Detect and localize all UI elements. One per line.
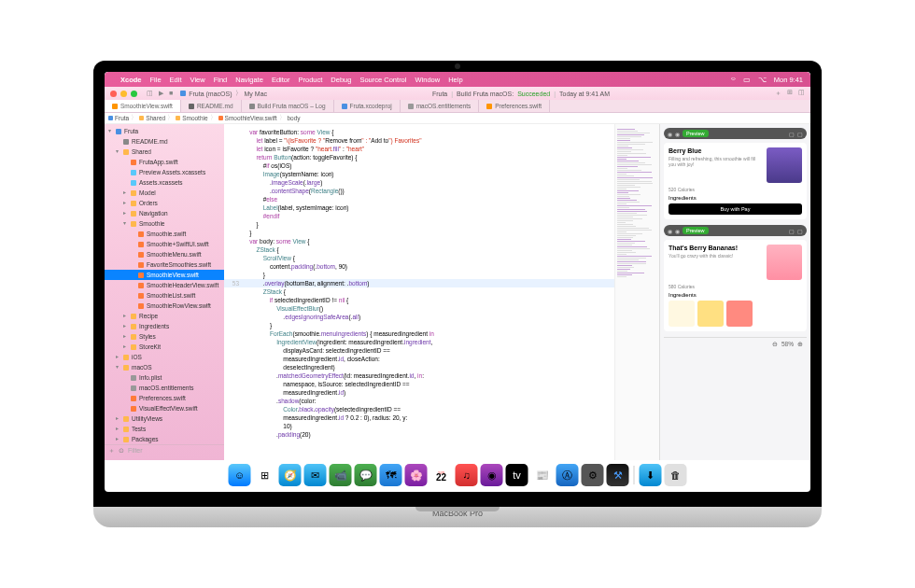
navigator-item-model[interactable]: ▸Model [105,188,224,198]
stop-button[interactable]: ■ [169,90,173,97]
settings-icon[interactable]: ▢ [797,131,803,137]
apple-pay-button[interactable]: Buy with Pay [669,203,802,215]
ingredient-banana[interactable] [697,301,724,327]
zoom-in-icon[interactable]: ⊕ [797,341,803,348]
menu-window[interactable]: Window [415,76,440,84]
preview-card-2[interactable]: That's Berry Bananas! You'll go crazy wi… [664,240,807,331]
navigator-item-macos[interactable]: ▾macOS [105,362,224,372]
navigator-item-navigation[interactable]: ▸Navigation [105,208,224,218]
pin-icon[interactable]: ◉ [668,228,672,234]
run-button[interactable]: ▶ [159,90,163,97]
menu-editor[interactable]: Editor [272,76,290,84]
tab-preferences-swift[interactable]: Preferences.swift [479,100,550,112]
dock-mail[interactable]: ✉ [304,464,327,486]
navigator-toggle-icon[interactable]: ◫ [147,90,153,97]
navigator-item-packages[interactable]: ▸Packages [105,434,224,444]
minimize-window-button[interactable] [120,91,127,97]
ingredient-strawberry[interactable] [726,301,753,327]
menu-find[interactable]: Find [214,76,228,84]
wifi-icon[interactable]: ⌔ [731,76,736,84]
navigator-item-styles[interactable]: ▸Styles [105,331,224,342]
zoom-out-icon[interactable]: ⊖ [772,341,778,348]
source-editor[interactable]: var favoriteButton: some View { let labe… [224,124,614,460]
project-root[interactable]: ▾Fruta [105,126,224,136]
menu-navigate[interactable]: Navigate [235,76,263,84]
navigator-item-shared[interactable]: ▾Shared [105,147,224,157]
dock-downloads[interactable]: ⬇ [640,464,662,486]
dock-trash[interactable]: 🗑 [665,464,687,486]
clock[interactable]: Mon 9:41 [774,76,803,84]
dock-safari[interactable]: 🧭 [279,464,302,486]
menu-help[interactable]: Help [448,76,462,84]
preview-button[interactable]: Preview [683,130,709,137]
navigator-item-frutaapp-swift[interactable]: FrutaApp.swift [105,157,224,167]
navigator-item-info-plist[interactable]: Info.plist [105,372,224,383]
live-icon[interactable]: ◉ [675,228,680,234]
device-selector[interactable]: My Mac [245,91,268,97]
dock-messages[interactable]: 💬 [355,464,377,486]
navigator-item-orders[interactable]: ▸Orders [105,198,224,208]
control-center-icon[interactable]: ⌥ [758,76,767,84]
library-icon[interactable]: ⊞ [787,89,793,98]
device-icon[interactable]: ▢ [789,131,795,137]
navigator-item-smoothie-swift[interactable]: Smoothie.swift [105,229,224,239]
inspector-toggle-icon[interactable]: ◫ [798,89,805,98]
close-window-button[interactable] [110,91,117,97]
navigator-item-tests[interactable]: ▸Tests [105,424,224,434]
navigator-item-visualeffectview-swift[interactable]: VisualEffectView.swift [105,403,224,413]
dock-photos[interactable]: 🌸 [405,464,428,486]
dock-maps[interactable]: 🗺 [380,464,402,486]
menu-view[interactable]: View [190,76,205,84]
menu-debug[interactable]: Debug [331,76,351,84]
navigator-item-ios[interactable]: ▸iOS [105,352,224,362]
preview-button[interactable]: Preview [683,227,709,234]
dock-news[interactable]: 📰 [531,464,554,486]
scheme-selector[interactable]: Fruta (macOS) [189,91,232,97]
ingredient-almond-milk[interactable] [669,301,695,327]
navigator-item-smoothieheaderview-swift[interactable]: SmoothieHeaderView.swift [105,280,224,290]
navigator-item-smoothierowview-swift[interactable]: SmoothieRowView.swift [105,301,224,311]
navigator-item-smoothielist-swift[interactable]: SmoothieList.swift [105,290,224,301]
tab-macos-entitlements[interactable]: macOS.entitlements [401,100,480,112]
zoom-window-button[interactable] [131,91,137,97]
add-file-icon[interactable]: ＋ [108,445,115,455]
live-icon[interactable]: ◉ [675,131,680,137]
navigator-item-smoothie-swiftui-swift[interactable]: Smoothie+SwiftUI.swift [105,239,224,249]
dock-launchpad[interactable]: ⊞ [254,464,276,486]
navigator-item-readme-md[interactable]: README.md [105,136,224,147]
app-name[interactable]: Xcode [120,76,142,84]
menu-file[interactable]: File [150,76,162,84]
zoom-level[interactable]: 58% [781,341,794,347]
tab-fruta-xcodeproj[interactable]: Fruta.xcodeproj [334,100,401,112]
navigator-item-assets-xcassets[interactable]: Assets.xcassets [105,177,224,188]
navigator-item-storekit[interactable]: ▸StoreKit [105,342,224,352]
menu-source-control[interactable]: Source Control [359,76,406,84]
navigator-item-favoritesmoothies-swift[interactable]: FavoriteSmoothies.swift [105,259,224,270]
add-icon[interactable]: ＋ [775,89,781,98]
navigator-item-macos-entitlements[interactable]: macOS.entitlements [105,383,224,393]
navigator-item-preview-assets-xcassets[interactable]: Preview Assets.xcassets [105,167,224,177]
tab-build-fruta-macos-log[interactable]: Build Fruta macOS – Log [242,100,334,112]
pin-icon[interactable]: ◉ [668,131,672,137]
tab-smoothieview-swift[interactable]: SmoothieView.swift [105,100,181,112]
battery-icon[interactable]: ▭ [743,76,751,84]
preview-card-1[interactable]: Berry Blue Filling and refreshing, this … [664,143,807,219]
dock-facetime[interactable]: 📹 [330,464,352,486]
navigator-item-smoothiemenu-swift[interactable]: SmoothieMenu.swift [105,249,224,259]
settings-icon[interactable]: ▢ [797,228,803,234]
navigator-item-recipe[interactable]: ▸Recipe [105,311,224,321]
menu-edit[interactable]: Edit [170,76,182,84]
minimap[interactable] [614,124,659,460]
dock-calendar[interactable]: JUN22 [430,464,453,486]
navigator-item-smoothieview-swift[interactable]: SmoothieView.swift [105,270,224,280]
filter-input[interactable]: Filter [128,445,143,455]
tab-readme-md[interactable]: README.md [181,100,242,112]
dock-tv[interactable]: tv [506,464,528,486]
dock-finder[interactable]: ☺ [229,464,251,486]
dock-xcode[interactable]: ⚒ [607,464,629,486]
navigator-item-smoothie[interactable]: ▾Smoothie [105,218,224,229]
dock-settings[interactable]: ⚙ [582,464,604,486]
dock-music[interactable]: ♫ [456,464,478,486]
dock-appstore[interactable]: Ⓐ [556,464,579,486]
jump-bar[interactable]: Fruta〉Shared〉Smoothie〉SmoothieView.swift… [105,113,810,124]
